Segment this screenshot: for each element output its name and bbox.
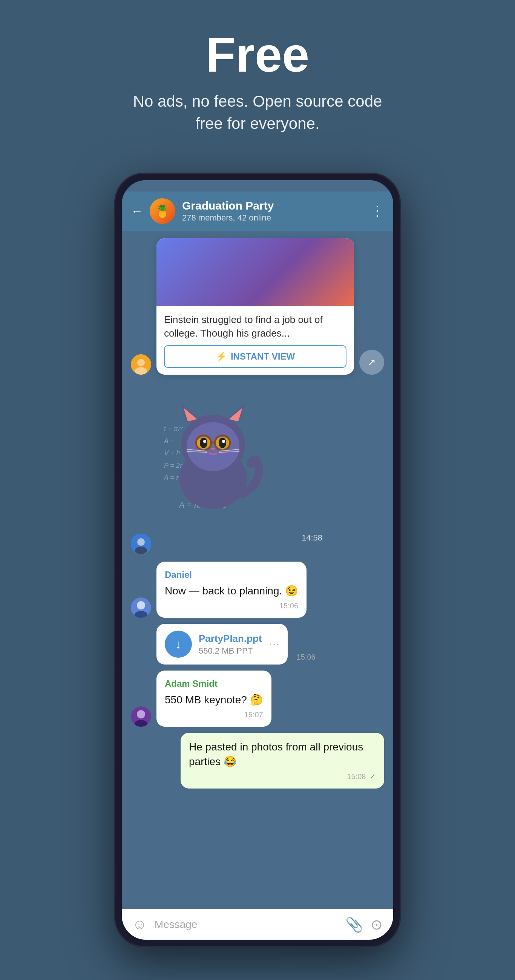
iv-text: Einstein struggled to find a job out of … — [156, 306, 354, 346]
file-size: 550.2 MB PPT — [199, 646, 262, 656]
own-bubble: He pasted in photos from all previous pa… — [180, 733, 384, 789]
daniel-avatar — [131, 597, 151, 618]
file-time: 15:06 — [297, 653, 316, 665]
daniel-sender: Daniel — [165, 568, 298, 581]
instant-view-row: Einstein struggled to find a job out of … — [131, 238, 384, 375]
phone-frame: ← 🍍 Graduation Party 278 members, 42 onl… — [114, 173, 401, 947]
chat-avatar: 🍍 — [150, 198, 175, 224]
attach-button[interactable]: 📎 — [345, 916, 363, 933]
emoji-button[interactable]: ☺ — [132, 916, 147, 932]
instant-view-label: INSTANT VIEW — [231, 351, 295, 362]
file-info: PartyPlan.ppt 550.2 MB PPT — [199, 633, 262, 656]
download-arrow: ↓ — [175, 637, 181, 651]
chat-header: ← 🍍 Graduation Party 278 members, 42 onl… — [122, 191, 393, 231]
svg-point-12 — [187, 422, 239, 471]
hero-title: Free — [15, 30, 500, 79]
adam-text: 550 MB keynote? 🤔 — [165, 692, 263, 707]
daniel-msg-row: Daniel Now — back to planning. 😉 15:06 — [131, 562, 384, 618]
own-text: He pasted in photos from all previous pa… — [189, 740, 376, 769]
back-button[interactable]: ← — [131, 205, 143, 217]
phone-wrapper: ← 🍍 Graduation Party 278 members, 42 onl… — [114, 173, 401, 947]
daniel-bubble: Daniel Now — back to planning. 😉 15:06 — [156, 562, 306, 618]
svg-point-2 — [135, 367, 147, 375]
own-msg-row: He pasted in photos from all previous pa… — [131, 733, 384, 789]
message-input[interactable]: Message — [155, 919, 338, 931]
checkmark-icon: ✓ — [370, 772, 376, 781]
share-icon: ↗ — [368, 356, 376, 368]
instant-view-card: Einstein struggled to find a job out of … — [156, 238, 354, 375]
hero-section: Free No ads, no fees. Open source code f… — [0, 0, 515, 158]
adam-time: 15:07 — [165, 710, 263, 720]
adam-avatar — [131, 706, 151, 727]
phone-screen: ← 🍍 Graduation Party 278 members, 42 onl… — [122, 180, 393, 940]
svg-point-5 — [135, 547, 147, 554]
daniel-time: 15:06 — [165, 600, 298, 611]
adam-bubble: Adam Smidt 550 MB keynote? 🤔 15:07 — [156, 671, 271, 727]
svg-point-1 — [137, 359, 145, 366]
instant-view-button[interactable]: ⚡ INSTANT VIEW — [164, 345, 346, 368]
sticker-area: t = πr² A = V = l³ P = 2πr A = πr² s = √… — [156, 381, 330, 554]
svg-point-18 — [222, 440, 225, 443]
iv-image — [156, 238, 354, 306]
svg-point-15 — [200, 438, 207, 448]
msg-avatar-female — [131, 354, 151, 375]
svg-point-4 — [137, 538, 145, 546]
camera-button[interactable]: ⊙ — [371, 916, 383, 933]
lightning-icon: ⚡ — [216, 351, 227, 362]
svg-point-16 — [218, 438, 226, 448]
adam-sender: Adam Smidt — [165, 677, 263, 690]
svg-point-28 — [137, 601, 145, 609]
svg-point-31 — [137, 710, 145, 718]
more-button[interactable]: ⋮ — [371, 203, 384, 219]
sticker-time: 14:58 — [301, 533, 322, 543]
sticker-sender-avatar — [131, 534, 151, 554]
sticker-row: t = πr² A = V = l³ P = 2πr A = πr² s = √… — [131, 381, 384, 554]
file-more-button[interactable]: ⋯ — [269, 638, 279, 651]
chat-body: Einstein struggled to find a job out of … — [122, 231, 393, 909]
file-name: PartyPlan.ppt — [199, 633, 262, 644]
chat-info: Graduation Party 278 members, 42 online — [182, 199, 364, 223]
own-time: 15:08 ✓ — [189, 771, 376, 782]
share-button[interactable]: ↗ — [359, 350, 384, 375]
status-bar — [122, 180, 393, 191]
hero-subtitle: No ads, no fees. Open source code free f… — [126, 91, 389, 135]
file-bubble: ↓ PartyPlan.ppt 550.2 MB PPT ⋯ — [156, 624, 288, 665]
bottom-bar: ☺ Message 📎 ⊙ — [122, 909, 393, 940]
svg-point-17 — [203, 440, 206, 443]
adam-msg-row: Adam Smidt 550 MB keynote? 🤔 15:07 — [131, 671, 384, 727]
chat-meta: 278 members, 42 online — [182, 213, 364, 223]
chat-name: Graduation Party — [182, 199, 364, 212]
file-msg-row: ↓ PartyPlan.ppt 550.2 MB PPT ⋯ 15:06 — [156, 624, 384, 665]
download-icon[interactable]: ↓ — [165, 631, 192, 658]
sticker-container: t = πr² A = V = l³ P = 2πr A = πr² s = √… — [156, 388, 330, 547]
cat-sticker — [156, 388, 269, 509]
daniel-text: Now — back to planning. 😉 — [165, 584, 298, 598]
